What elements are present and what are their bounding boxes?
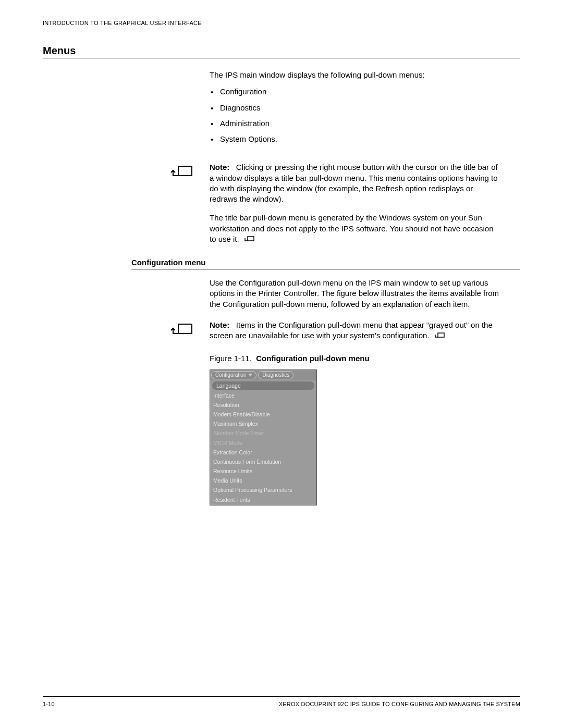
menu-item-list: LanguageInterfaceResolutionModem Enable/…: [210, 380, 316, 505]
diagnostics-menu-button[interactable]: Diagnostics: [258, 371, 293, 379]
menu-item[interactable]: Maximum Simplex: [210, 419, 316, 428]
note-block-1: Note: Clicking or pressing the right mou…: [210, 162, 501, 245]
note-block-2: Note: Items in the Configuration pull-do…: [210, 320, 501, 342]
list-item: System Options.: [220, 134, 501, 144]
list-item: Administration: [220, 118, 501, 129]
dropdown-triangle-icon: [248, 374, 252, 376]
subsection-header: Configuration menu: [43, 258, 520, 269]
figure-title: Configuration pull-down menu: [256, 354, 369, 363]
list-item: Configuration: [220, 87, 501, 97]
config-intro: Use the Configuration pull-down menu on …: [210, 278, 501, 310]
menu-item[interactable]: MICR Mode: [210, 438, 316, 448]
note-paragraph-2: The title bar pull-down menu is generate…: [210, 213, 501, 245]
subsection-rule: [131, 269, 520, 269]
menu-item[interactable]: Interface: [210, 391, 316, 400]
content-column-2: Use the Configuration pull-down menu on …: [210, 278, 501, 505]
note-paragraph: Note: Items in the Configuration pull-do…: [210, 320, 501, 342]
note-label: Note:: [210, 163, 229, 171]
menu-item[interactable]: Extraction Color: [210, 448, 316, 457]
note-body: Items in the Configuration pull-down men…: [210, 320, 493, 340]
page-footer: 1-10 XEROX DOCUPRINT 92C IPS GUIDE TO CO…: [43, 696, 520, 707]
figure-caption: Figure 1-11. Configuration pull-down men…: [210, 353, 501, 364]
bullet-list: Configuration Diagnostics Administration…: [210, 87, 501, 144]
list-item: Diagnostics: [220, 103, 501, 113]
footer-rule: [43, 696, 520, 697]
section-rule: [43, 58, 520, 58]
menu-item[interactable]: Slumber Mode Timer: [210, 428, 316, 438]
subsection-title: Configuration menu: [131, 258, 206, 267]
button-label: Configuration: [215, 372, 246, 379]
content-column: The IPS main window displays the followi…: [210, 70, 501, 245]
menu-toolbar: Configuration Diagnostics: [210, 370, 316, 380]
menu-item[interactable]: Optional Processing Parameters: [210, 485, 316, 495]
svg-rect-0: [178, 166, 192, 176]
svg-rect-2: [178, 324, 192, 334]
configuration-menu-button[interactable]: Configuration: [211, 371, 256, 379]
menu-item[interactable]: Modem Enable/Disable: [210, 410, 316, 419]
menu-item[interactable]: Media Units: [210, 476, 316, 485]
menu-item[interactable]: Resolution: [210, 400, 316, 410]
note-paragraph: Note: Clicking or pressing the right mou…: [210, 162, 501, 204]
figure-number: Figure 1-11.: [210, 354, 252, 363]
note-icon: [167, 164, 194, 186]
menu-item[interactable]: Resident Fonts: [210, 495, 316, 504]
note-body: Clicking or pressing the right mouse but…: [210, 163, 498, 203]
section-title: Menus: [43, 45, 520, 57]
button-label: Diagnostics: [262, 372, 289, 379]
menu-item[interactable]: Continuous Form Emulation: [210, 457, 316, 466]
svg-rect-3: [438, 333, 444, 337]
svg-rect-1: [248, 237, 254, 241]
config-menu-screenshot: Configuration Diagnostics LanguageInterf…: [210, 369, 317, 505]
running-header: INTRODUCTION TO THE GRAPHICAL USER INTER…: [43, 20, 520, 26]
document-title: XEROX DOCUPRINT 92C IPS GUIDE TO CONFIGU…: [279, 701, 520, 707]
menu-item[interactable]: Resource Limits: [210, 466, 316, 476]
end-note-icon: [434, 331, 445, 342]
end-note-icon: [243, 235, 255, 245]
page-number: 1-10: [43, 701, 55, 707]
note-icon: [167, 322, 194, 343]
note-label: Note:: [210, 320, 229, 329]
menu-item[interactable]: Language: [212, 381, 314, 390]
intro-paragraph: The IPS main window displays the followi…: [210, 70, 501, 80]
